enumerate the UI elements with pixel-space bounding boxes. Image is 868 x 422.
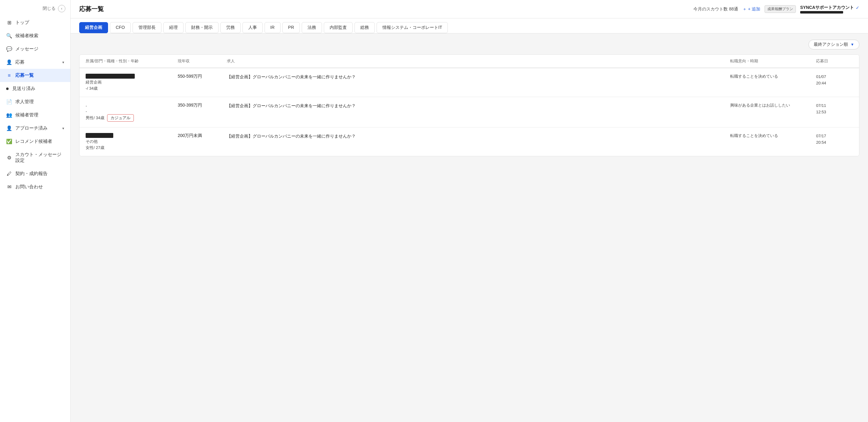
col-header-person: 所属/部門・職種・性別・年齢 bbox=[86, 58, 178, 64]
sidebar-item-messages[interactable]: 💬 メッセージ bbox=[0, 42, 70, 56]
sidebar-item-label: メッセージ bbox=[16, 46, 38, 52]
sidebar-item-applications[interactable]: 👤 応募 ▾ bbox=[0, 56, 70, 69]
tab-keiei-kikaku[interactable]: 経営企画 bbox=[79, 22, 108, 33]
cell-intent-1: 転職することを決めている bbox=[730, 74, 816, 91]
cell-person-3: その他 女性/ 27歳 bbox=[86, 133, 178, 150]
tab-ir[interactable]: IR bbox=[265, 22, 281, 33]
tab-cfo[interactable]: CFO bbox=[110, 22, 131, 33]
account-bar bbox=[800, 11, 843, 13]
cell-job-2: 【経営企画】グローバルカンパニーの未来を一緒に作りませんか？ bbox=[227, 102, 730, 122]
page-title: 応募一覧 bbox=[79, 5, 104, 13]
date-value-3: 07/17 20:54 bbox=[816, 133, 853, 146]
main-area: 応募一覧 今月のスカウト数 88通 ＋ + 追加 成果報酬プラン SYNCAサポ… bbox=[71, 0, 868, 422]
sidebar-nav: ⊞ トップ 🔍 候補者検索 💬 メッセージ 👤 応募 ▾ ≡ 応募一覧 見送り済… bbox=[0, 16, 70, 422]
col-header-date: 応募日 bbox=[816, 58, 853, 64]
sidebar-item-label: アプローチ済み bbox=[16, 125, 48, 131]
cell-intent-2: 興味がある企業とはお話ししたい bbox=[730, 102, 816, 122]
sidebar-item-label: 応募一覧 bbox=[16, 72, 34, 78]
dot-icon bbox=[6, 88, 9, 90]
tab-somu[interactable]: 総務 bbox=[354, 22, 375, 33]
sidebar-item-scout-settings[interactable]: ⚙ スカウト・メッセージ設定 bbox=[0, 148, 70, 167]
tab-keiri[interactable]: 経理 bbox=[163, 22, 184, 33]
cell-dept-3: その他 bbox=[86, 139, 178, 144]
tab-naibu-kansa[interactable]: 内部監査 bbox=[324, 22, 353, 33]
tab-homu[interactable]: 法務 bbox=[302, 22, 322, 33]
table-header: 所属/部門・職種・性別・年齢 現年収 求人 転職意向・時期 応募日 bbox=[80, 55, 859, 68]
cell-person-1: 経営企画 -/ 34歳 bbox=[86, 74, 178, 91]
chevron-left-icon: ‹ bbox=[58, 5, 65, 12]
sidebar-item-label: 候補者検索 bbox=[16, 33, 38, 39]
cell-date-2: 07/11 12:53 bbox=[816, 102, 853, 122]
sidebar-item-label: トップ bbox=[16, 20, 29, 26]
salary-value-3: 200万円未満 bbox=[178, 133, 227, 139]
job-title-1: 【経営企画】グローバルカンパニーの未来を一緒に作りませんか？ bbox=[227, 74, 730, 80]
gear-icon: ⚙ bbox=[6, 155, 12, 161]
sidebar-item-label: 契約・成約報告 bbox=[16, 171, 48, 177]
intent-value-3: 転職することを決めている bbox=[730, 133, 816, 139]
table-row[interactable]: 経営企画 -/ 34歳 550-599万円 【経営企画】グローバルカンパニーの未… bbox=[80, 68, 859, 97]
table-row[interactable]: その他 女性/ 27歳 200万円未満 【経営企画】グローバルカンパニーの未来を… bbox=[80, 127, 859, 156]
add-button[interactable]: ＋ + 追加 bbox=[742, 6, 760, 12]
sidebar-item-label: スカウト・メッセージ設定 bbox=[16, 152, 64, 163]
account-info: SYNCAサポートアカウント ✓ bbox=[800, 5, 859, 13]
account-name: SYNCAサポートアカウント bbox=[800, 5, 854, 10]
cell-date-3: 07/17 20:54 bbox=[816, 133, 853, 150]
cell-name-line2-2: - bbox=[86, 109, 178, 114]
content-area: 最終アクション順 ▼ 所属/部門・職種・性別・年齢 現年収 求人 転職意向・時期… bbox=[71, 33, 868, 422]
sidebar-item-top[interactable]: ⊞ トップ bbox=[0, 16, 70, 29]
person2-icon: 👤 bbox=[6, 125, 12, 131]
cell-age-1: -/ 34歳 bbox=[86, 86, 178, 91]
cell-person-2: - - 男性/ 34歳 カジュアル bbox=[86, 102, 178, 122]
salary-value-2: 350-399万円 bbox=[178, 102, 227, 108]
tab-zaimu-kaiji[interactable]: 財務・開示 bbox=[185, 22, 219, 33]
list-icon: ≡ bbox=[6, 73, 12, 78]
sidebar: 閉じる ‹ ⊞ トップ 🔍 候補者検索 💬 メッセージ 👤 応募 ▾ ≡ 応募一… bbox=[0, 0, 71, 422]
sidebar-item-approached[interactable]: 👤 アプローチ済み ▾ bbox=[0, 122, 70, 135]
sidebar-item-label: レコメンド候補者 bbox=[16, 139, 52, 144]
sort-dropdown[interactable]: 最終アクション順 ▼ bbox=[808, 40, 859, 50]
intent-value-1: 転職することを決めている bbox=[730, 74, 816, 79]
sidebar-item-label: 応募 bbox=[16, 59, 25, 65]
sidebar-item-rejected[interactable]: 見送り済み bbox=[0, 82, 70, 95]
checkbadge-icon: ✅ bbox=[6, 139, 12, 144]
add-label: + 追加 bbox=[748, 6, 760, 12]
sort-label: 最終アクション順 bbox=[814, 42, 848, 47]
document-icon: 📄 bbox=[6, 99, 12, 105]
col-header-job: 求人 bbox=[227, 58, 730, 64]
message-icon: 💬 bbox=[6, 46, 12, 52]
sidebar-item-contract[interactable]: 🖊 契約・成約報告 bbox=[0, 167, 70, 180]
redacted-name-1 bbox=[86, 74, 135, 79]
col-header-salary: 現年収 bbox=[178, 58, 227, 64]
plan-badge: 成果報酬プラン bbox=[765, 5, 796, 13]
sidebar-close-button[interactable]: 閉じる ‹ bbox=[0, 0, 70, 16]
person-icon: 👤 bbox=[6, 59, 12, 65]
tab-jinji[interactable]: 人事 bbox=[243, 22, 263, 33]
tab-rodo[interactable]: 労務 bbox=[220, 22, 241, 33]
applications-table: 所属/部門・職種・性別・年齢 現年収 求人 転職意向・時期 応募日 経営企画 -… bbox=[79, 54, 859, 156]
sidebar-item-inquiry[interactable]: ✉ お問い合わせ bbox=[0, 180, 70, 193]
sidebar-item-application-list[interactable]: ≡ 応募一覧 bbox=[0, 69, 70, 82]
sidebar-item-job-management[interactable]: 📄 求人管理 bbox=[0, 95, 70, 109]
sidebar-item-candidate-management[interactable]: 👥 候補者管理 bbox=[0, 109, 70, 122]
date-value-2: 07/11 12:53 bbox=[816, 102, 853, 116]
checkmark-icon: ✓ bbox=[856, 5, 859, 10]
cell-intent-3: 転職することを決めている bbox=[730, 133, 816, 150]
cell-salary-2: 350-399万円 bbox=[178, 102, 227, 122]
tab-pr[interactable]: PR bbox=[282, 22, 300, 33]
table-row[interactable]: - - 男性/ 34歳 カジュアル 350-399万円 【経営企画】グローバルカ… bbox=[80, 97, 859, 127]
tab-joho-system[interactable]: 情報システム・コーポレートIT bbox=[377, 22, 448, 33]
sidebar-close-label: 閉じる bbox=[43, 6, 56, 11]
salary-value-1: 550-599万円 bbox=[178, 74, 227, 79]
header-right: 今月のスカウト数 88通 ＋ + 追加 成果報酬プラン SYNCAサポートアカウ… bbox=[693, 5, 859, 13]
date-value-1: 01/07 20:44 bbox=[816, 74, 853, 87]
col-header-intent: 転職意向・時期 bbox=[730, 58, 816, 64]
scout-count: 今月のスカウト数 88通 bbox=[693, 6, 738, 12]
sidebar-item-candidate-search[interactable]: 🔍 候補者検索 bbox=[0, 29, 70, 42]
sidebar-item-recommend[interactable]: ✅ レコメンド候補者 bbox=[0, 135, 70, 148]
dropdown-arrow-icon: ▼ bbox=[850, 42, 854, 47]
mail-icon: ✉ bbox=[6, 184, 12, 190]
tab-kanri-bucho[interactable]: 管理部長 bbox=[133, 22, 161, 33]
header: 応募一覧 今月のスカウト数 88通 ＋ + 追加 成果報酬プラン SYNCAサポ… bbox=[71, 0, 868, 19]
cell-dept-1: 経営企画 bbox=[86, 80, 178, 85]
cell-age-2: 男性/ 34歳 カジュアル bbox=[86, 114, 178, 122]
